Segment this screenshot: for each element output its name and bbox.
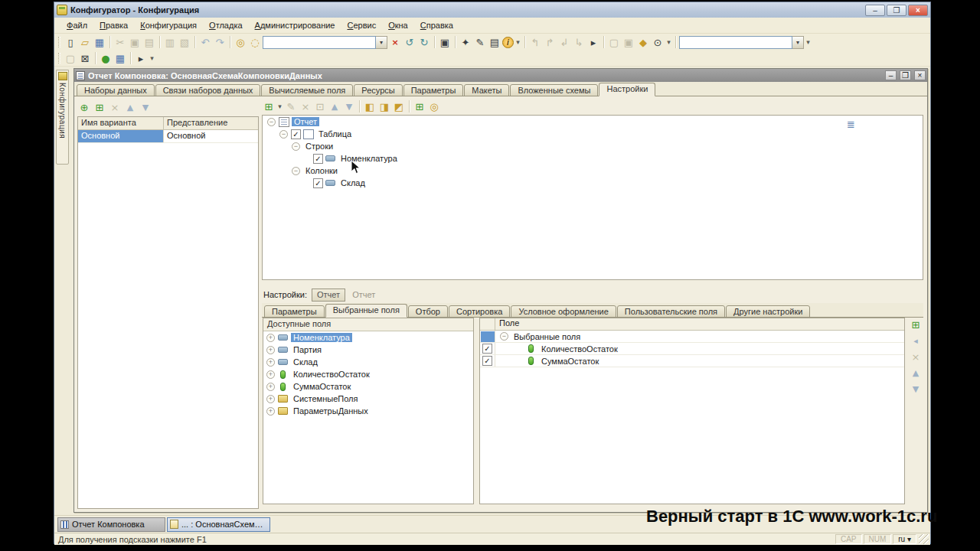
undo-icon[interactable]: ↶ <box>198 35 212 49</box>
tab-filter[interactable]: Отбор <box>408 305 448 318</box>
close-button[interactable]: × <box>908 5 928 16</box>
settings-path-report-button-2[interactable]: Отчет <box>347 289 381 302</box>
redo-icon[interactable]: ↷ <box>213 35 227 49</box>
clear-search-icon[interactable]: × <box>388 35 402 49</box>
available-field-quantity-balance[interactable]: КоличествоОстаток <box>263 368 473 380</box>
column-variant-name[interactable]: Имя варианта <box>78 117 164 129</box>
print-preview-icon[interactable]: ▧ <box>178 35 191 49</box>
check-configuration-icon[interactable]: ✦ <box>459 35 472 49</box>
field-checkbox[interactable] <box>482 356 492 366</box>
nav-back-icon[interactable]: ↺ <box>403 35 416 49</box>
tab-parameters-settings[interactable]: Параметры <box>264 305 325 318</box>
available-field-label[interactable]: Склад <box>291 357 320 367</box>
info-dropdown-icon[interactable] <box>514 35 521 49</box>
field-column-header[interactable]: Поле <box>495 318 904 330</box>
tree-label-columns[interactable]: Колонки <box>303 166 340 175</box>
available-field-label[interactable]: Номенклатура <box>291 333 352 342</box>
menu-debug[interactable]: Отладка <box>203 19 249 31</box>
delete-variant-icon[interactable]: × <box>108 101 122 115</box>
document-grey-icon[interactable]: ▢ <box>607 35 621 49</box>
menu-edit[interactable]: Правка <box>93 19 134 31</box>
available-field-label[interactable]: КоличествоОстаток <box>291 370 372 379</box>
collapse-icon[interactable] <box>279 130 288 139</box>
child-restore-button[interactable]: ❐ <box>900 70 911 80</box>
open-object-dropdown-icon[interactable] <box>149 51 155 65</box>
settings-window-icon[interactable]: ◩ <box>392 99 406 113</box>
save-icon[interactable]: ▦ <box>93 35 106 49</box>
tree-label-table[interactable]: Таблица <box>316 129 354 139</box>
report-structure-icon[interactable]: ≣ <box>847 119 855 130</box>
pick-element-icon[interactable]: ⊡ <box>313 99 327 113</box>
palette-icon[interactable]: ◆ <box>636 35 650 49</box>
tab-conditional-appearance[interactable]: Условное оформление <box>511 305 616 318</box>
proc-down-icon[interactable]: ↲ <box>557 35 571 49</box>
move-field-up-icon[interactable]: ▲ <box>909 366 923 380</box>
add-nested-scheme-icon[interactable]: ⊞ <box>413 99 426 113</box>
toolbar-grip[interactable] <box>58 37 60 47</box>
tab-user-fields[interactable]: Пользовательские поля <box>617 305 725 318</box>
search-combobox[interactable]: ▾ <box>263 36 387 49</box>
expand-icon[interactable] <box>266 383 275 391</box>
element-down-icon[interactable]: ▼ <box>342 99 356 113</box>
element-up-icon[interactable]: ▲ <box>328 99 341 113</box>
search-dropdown-icon[interactable]: ▾ <box>376 36 387 49</box>
settings-path-report-button[interactable]: Отчет <box>312 289 345 302</box>
tree-label-warehouse[interactable]: Склад <box>338 178 368 187</box>
minimize-button[interactable]: – <box>865 5 885 16</box>
tree-row-columns[interactable]: Колонки <box>263 165 923 177</box>
close-window-icon[interactable]: ⊠ <box>78 51 92 65</box>
edit-element-icon[interactable]: ✎ <box>284 99 298 113</box>
collapse-icon[interactable] <box>500 332 508 341</box>
nomenclature-checkbox[interactable] <box>313 154 323 164</box>
selected-field-label[interactable]: КоличествоОстаток <box>539 344 620 354</box>
add-field-icon[interactable]: ⊞ <box>909 318 923 331</box>
available-field-nomenclature[interactable]: Номенклатура <box>263 331 473 344</box>
menu-file[interactable]: Файл <box>60 19 93 31</box>
tab-resources[interactable]: Ресурсы <box>354 84 402 96</box>
info-icon[interactable]: i <box>502 37 514 48</box>
expand-icon[interactable] <box>266 346 275 354</box>
copy-icon[interactable]: ▣ <box>128 35 142 49</box>
templates-icon[interactable]: ▣ <box>438 35 452 49</box>
open-module-icon[interactable]: ▸ <box>586 35 600 49</box>
restore-button[interactable]: ❐ <box>887 5 906 16</box>
configuration-side-tab[interactable]: Конфигурация <box>56 70 69 165</box>
tab-data-sets[interactable]: Наборы данных <box>77 84 155 96</box>
tab-other-settings[interactable]: Другие настройки <box>726 305 810 318</box>
available-field-label[interactable]: СистемныеПоля <box>291 394 360 403</box>
child-close-button[interactable]: × <box>914 70 926 80</box>
add-element-dropdown-icon[interactable] <box>276 99 283 113</box>
tab-selected-fields[interactable]: Выбранные поля <box>325 304 407 318</box>
quick-select-dropdown-icon[interactable]: ▾ <box>792 36 804 49</box>
variant-up-icon[interactable]: ▲ <box>123 101 137 115</box>
quick-select-combobox[interactable]: ▾ <box>679 36 804 49</box>
menu-windows[interactable]: Окна <box>382 19 414 31</box>
copy-variant-icon[interactable]: ⊞ <box>93 101 106 115</box>
tree-row-warehouse[interactable]: Склад <box>263 177 923 189</box>
paste-icon[interactable]: ▤ <box>142 35 156 49</box>
search-input[interactable] <box>263 36 376 49</box>
available-field-warehouse[interactable]: Склад <box>263 356 473 368</box>
add-element-icon[interactable]: ⊞ <box>262 99 276 113</box>
tab-data-set-links[interactable]: Связи наборов данных <box>155 84 261 96</box>
help-contents-icon[interactable]: ▤ <box>488 35 501 49</box>
tree-label-report[interactable]: Отчет <box>292 117 319 126</box>
variant-representation-cell[interactable]: Основной <box>164 130 258 142</box>
open-settings-icon[interactable]: ◎ <box>427 99 441 113</box>
menu-administration[interactable]: Администрирование <box>249 19 341 31</box>
open-object-icon[interactable]: ▸ <box>134 51 148 65</box>
resize-grip[interactable] <box>919 534 929 544</box>
variant-name-cell[interactable]: Основной <box>78 130 164 142</box>
tab-calculated-fields[interactable]: Вычисляемые поля <box>261 84 353 96</box>
table-checkbox[interactable] <box>291 129 301 139</box>
open-folder-icon[interactable]: ▱ <box>78 35 92 49</box>
window-titlebar[interactable]: Конфигуратор - Конфигурация – ❐ × <box>54 2 930 18</box>
nav-forward-icon[interactable]: ↻ <box>417 35 431 49</box>
field-checkbox[interactable] <box>482 344 492 354</box>
find-icon[interactable]: ◎ <box>234 35 247 49</box>
settings-structure-icon[interactable]: ◧ <box>363 99 377 113</box>
tab-templates[interactable]: Макеты <box>464 84 509 96</box>
child-titlebar[interactable]: Отчет Компоновка: ОсновнаяСхемаКомпоновк… <box>74 69 927 82</box>
child-minimize-button[interactable]: – <box>885 70 897 80</box>
expand-icon[interactable] <box>266 358 275 367</box>
